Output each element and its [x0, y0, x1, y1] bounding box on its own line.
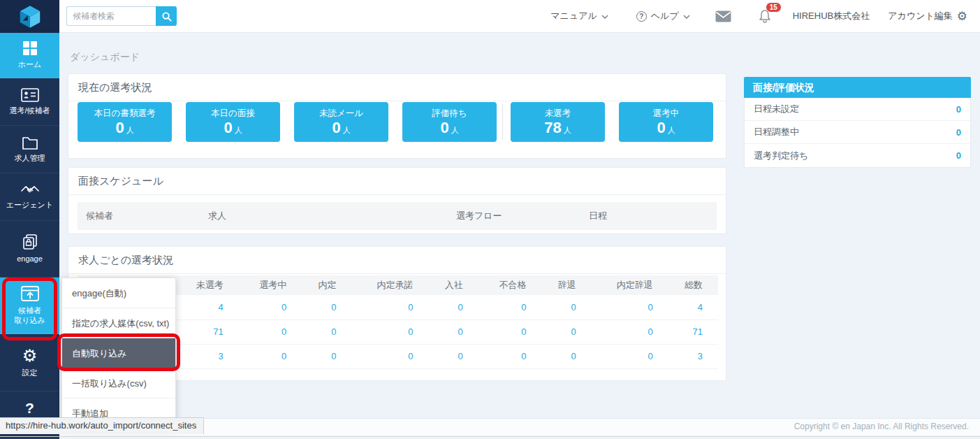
- count-cell[interactable]: 0: [239, 344, 302, 368]
- notification-badge: 15: [766, 2, 782, 13]
- page-title: ダッシュボード: [70, 51, 140, 64]
- topbar-right: マニュアル ? ヘルプ 15 HIREHUB株式会社: [550, 8, 980, 24]
- column-header-selection-flow: 選考フロー: [448, 202, 580, 230]
- current-status-card: 現在の選考状況 本日の書類選考 0人 本日の面接 0人 未読メール 0人 評価待…: [68, 73, 726, 159]
- count-cell[interactable]: 0: [239, 319, 302, 344]
- count-cell[interactable]: 3: [668, 344, 718, 368]
- count-cell[interactable]: 0: [592, 344, 668, 368]
- count-cell[interactable]: 0: [352, 319, 429, 344]
- help-menu[interactable]: ? ヘルプ: [636, 10, 690, 22]
- account-edit-button[interactable]: アカウント編集 ⚙: [888, 10, 967, 22]
- id-card-icon: [21, 88, 39, 102]
- candidate-search: [66, 6, 177, 26]
- count-cell[interactable]: 0: [592, 319, 668, 344]
- help-label: ヘルプ: [651, 10, 679, 22]
- sidebar-item-candidate-import[interactable]: 候補者 取り込み: [0, 278, 59, 334]
- search-button[interactable]: [156, 6, 177, 26]
- count-cell[interactable]: 71: [668, 319, 718, 344]
- count-cell[interactable]: 0: [239, 295, 302, 319]
- interview-eval-panel: 面接/評価状況 日程未設定 0 日程調整中 0 選考判定待ち 0: [744, 77, 971, 168]
- count-cell[interactable]: 0: [478, 344, 542, 368]
- manual-menu[interactable]: マニュアル: [550, 10, 608, 22]
- messages-button[interactable]: [715, 10, 731, 22]
- column-header-job: 求人: [200, 202, 448, 230]
- count-cell[interactable]: 4: [175, 295, 239, 319]
- gear-icon: ⚙: [957, 10, 967, 22]
- help-circle-icon: ?: [636, 11, 647, 22]
- count-cell[interactable]: 0: [541, 344, 591, 368]
- sidebar-item-job-management[interactable]: 求人管理: [0, 126, 59, 173]
- interview-schedule-header: 候補者 求人 選考フロー 日程: [78, 202, 717, 230]
- folder-icon: [22, 136, 38, 150]
- count-cell[interactable]: 0: [592, 295, 668, 319]
- stat-card-todays-interview[interactable]: 本日の面接 0人: [186, 102, 280, 142]
- column-header-candidate: 候補者: [78, 202, 200, 230]
- documents-icon: [22, 233, 38, 250]
- menu-item-bulk-import-csv[interactable]: 一括取り込み(csv): [62, 368, 175, 398]
- notifications-button[interactable]: 15: [758, 8, 772, 24]
- column-header: 辞退: [541, 275, 591, 295]
- count-cell[interactable]: 0: [541, 319, 591, 344]
- stat-card-unread-mail[interactable]: 未読メール 0人: [294, 102, 388, 142]
- gear-icon: ⚙: [22, 347, 38, 364]
- chevron-down-icon: [601, 15, 608, 19]
- menu-item-engage-auto[interactable]: engage(自動): [62, 278, 175, 308]
- status-bar-url: https://hire-hub.work/auto_import/connec…: [0, 417, 204, 434]
- column-header: 未選考: [175, 275, 239, 295]
- window-bottom-edge: [0, 436, 980, 437]
- stat-card-in-selection[interactable]: 選考中 0人: [619, 102, 713, 142]
- hirehub-logo[interactable]: [0, 0, 59, 33]
- count-cell[interactable]: 0: [302, 344, 351, 368]
- list-item-schedule-adjusting[interactable]: 日程調整中 0: [745, 121, 970, 144]
- search-icon: [161, 11, 172, 22]
- envelope-icon: [715, 10, 731, 22]
- candidate-import-menu: engage(自動) 指定の求人媒体(csv, txt) 自動取り込み 一括取り…: [61, 278, 176, 429]
- stat-card-todays-document-screening[interactable]: 本日の書類選考 0人: [78, 102, 172, 142]
- sidebar-item-home[interactable]: ホーム: [0, 33, 59, 78]
- count-cell[interactable]: 0: [478, 295, 542, 319]
- menu-item-specified-job-media[interactable]: 指定の求人媒体(csv, txt): [62, 308, 175, 338]
- count-cell[interactable]: 0: [352, 295, 429, 319]
- stat-card-not-screened[interactable]: 未選考 78人: [511, 102, 605, 142]
- home-grid-icon: [22, 41, 38, 56]
- stat-card-awaiting-evaluation[interactable]: 評価待ち 0人: [402, 102, 497, 142]
- account-edit-label: アカウント編集: [888, 10, 953, 22]
- list-item-awaiting-judgement[interactable]: 選考判定待ち 0: [745, 144, 970, 167]
- count-cell[interactable]: 0: [428, 295, 478, 319]
- count-cell[interactable]: 0: [478, 319, 542, 344]
- sidebar-item-agent[interactable]: エージェント: [0, 173, 59, 221]
- count-cell[interactable]: 0: [428, 319, 478, 344]
- menu-item-auto-import[interactable]: 自動取り込み: [62, 338, 175, 368]
- count-cell[interactable]: 3: [175, 344, 239, 368]
- topbar: マニュアル ? ヘルプ 15 HIREHUB株式会社: [59, 0, 980, 33]
- sidebar-item-settings[interactable]: ⚙ 設定: [0, 334, 59, 391]
- interview-schedule-title: 面接スケジュール: [68, 168, 726, 195]
- count-cell[interactable]: 4: [668, 295, 718, 319]
- search-input[interactable]: [66, 6, 156, 26]
- manual-label: マニュアル: [550, 10, 597, 22]
- sidebar-nav: ホーム 選考/候補者 求人管理 エージェント engage: [0, 33, 59, 439]
- interview-schedule-card: 面接スケジュール 候補者 求人 選考フロー 日程: [68, 167, 726, 234]
- sidebar-item-engage[interactable]: engage: [0, 221, 59, 278]
- main-content: ダッシュボード 現在の選考状況 本日の書類選考 0人 本日の面接 0人 未読メー…: [59, 33, 980, 439]
- count-cell[interactable]: 0: [302, 295, 351, 319]
- company-name[interactable]: HIREHUB株式会社: [793, 10, 870, 22]
- count-cell[interactable]: 0: [541, 295, 591, 319]
- count-cell[interactable]: 0: [302, 319, 351, 344]
- import-icon: [21, 285, 39, 302]
- list-item-schedule-unset[interactable]: 日程未設定 0: [745, 98, 970, 121]
- sidebar-item-selection-candidates[interactable]: 選考/候補者: [0, 78, 59, 126]
- count-cell[interactable]: 71: [175, 319, 239, 344]
- count-cell[interactable]: 0: [428, 344, 478, 368]
- current-status-title: 現在の選考状況: [68, 74, 726, 101]
- column-header: 入社: [428, 275, 478, 295]
- interview-eval-title: 面接/評価状況: [744, 77, 971, 98]
- column-header: 不合格: [478, 275, 542, 295]
- column-header: 内定辞退: [592, 275, 668, 295]
- handshake-icon: [20, 184, 40, 196]
- count-cell[interactable]: 0: [352, 344, 429, 368]
- hirehub-logo-icon: [17, 3, 43, 30]
- stat-group-divider: [502, 103, 503, 140]
- column-header: 総数: [668, 275, 718, 295]
- column-header-schedule: 日程: [580, 202, 717, 230]
